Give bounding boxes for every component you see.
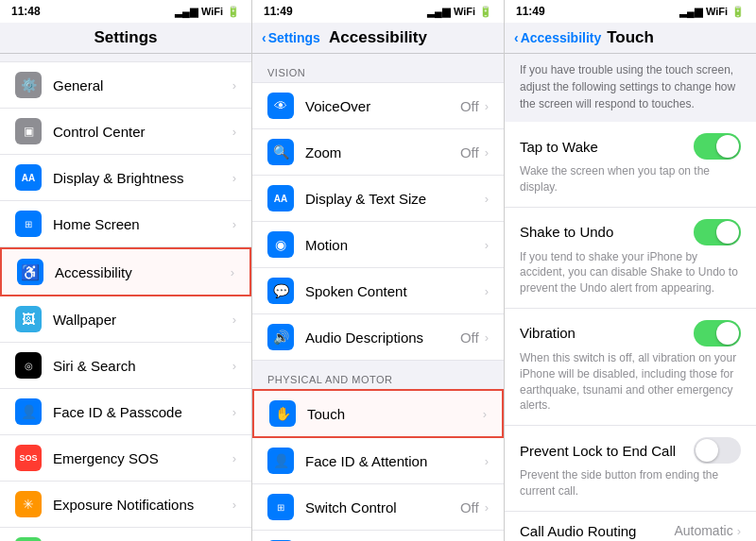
nav-bar-3: ‹ Accessibility Touch: [505, 23, 756, 54]
touch-item-prevent-lock[interactable]: Prevent Lock to End Call Prevent the sid…: [505, 426, 756, 512]
vibration-label: Vibration: [520, 325, 576, 341]
home-screen-icon: ⊞: [15, 211, 42, 237]
list-item-exposure[interactable]: ✳ Exposure Notifications ›: [0, 482, 251, 528]
toggle-knob: [716, 221, 739, 244]
panel1-settings: 11:48 ▂▄▆ WiFi 🔋 Settings ⚙️ General › ▣…: [0, 0, 252, 541]
tap-to-wake-toggle[interactable]: [694, 133, 741, 160]
vibration-toggle[interactable]: [694, 320, 741, 347]
list-item-zoom[interactable]: 🔍 Zoom Off ›: [252, 129, 504, 176]
settings-list-2[interactable]: VISION 👁 VoiceOver Off › 🔍 Zoom Off › AA…: [252, 54, 504, 541]
nav-bar-2: ‹ Settings Accessibility: [252, 23, 504, 54]
list-item-spoken[interactable]: 💬 Spoken Content ›: [252, 268, 504, 314]
accessibility-icon: ♿: [17, 259, 43, 285]
wallpaper-icon: 🖼: [15, 306, 42, 332]
faceid-icon: 👤: [15, 398, 42, 425]
list-item-battery[interactable]: 🔋 Battery ›: [0, 528, 251, 541]
shake-undo-label: Shake to Undo: [520, 224, 613, 240]
status-icons-1: ▂▄▆ WiFi 🔋: [175, 6, 240, 18]
time-2: 11:49: [264, 5, 293, 18]
list-item-voiceover[interactable]: 👁 VoiceOver Off ›: [252, 82, 504, 129]
list-item-touch[interactable]: ✋ Touch ›: [252, 389, 504, 438]
section-physical: PHYSICAL AND MOTOR: [252, 361, 504, 389]
list-item-siri[interactable]: ◎ Siri & Search ›: [0, 343, 251, 389]
audio-desc-icon: 🔊: [267, 324, 294, 350]
status-bar-1: 11:48 ▂▄▆ WiFi 🔋: [0, 0, 251, 23]
time-3: 11:49: [516, 5, 545, 18]
voiceover-icon: 👁: [267, 93, 294, 119]
touch-item-tap-to-wake[interactable]: Tap to Wake Wake the screen when you tap…: [505, 122, 756, 208]
list-item-general[interactable]: ⚙️ General ›: [0, 61, 251, 109]
general-icon: ⚙️: [15, 72, 42, 98]
toggle-knob: [716, 322, 739, 345]
touch-settings[interactable]: If you have trouble using the touch scre…: [505, 54, 756, 541]
panel3-touch: 11:49 ▂▄▆ WiFi 🔋 ‹ Accessibility Touch I…: [505, 0, 756, 541]
exposure-icon: ✳: [15, 491, 42, 517]
list-item-wallpaper[interactable]: 🖼 Wallpaper ›: [0, 296, 251, 343]
switch-control-icon: ⊞: [267, 494, 294, 520]
list-item-motion[interactable]: ◉ Motion ›: [252, 222, 504, 268]
touch-item-vibration[interactable]: Vibration When this switch is off, all v…: [505, 309, 756, 426]
status-bar-2: 11:49 ▂▄▆ WiFi 🔋: [252, 0, 504, 23]
list-item-faceid[interactable]: 👤 Face ID & Passcode ›: [0, 389, 251, 435]
battery-icon: 🔋: [15, 537, 42, 541]
tap-to-wake-desc: Wake the screen when you tap on the disp…: [520, 163, 741, 195]
time-1: 11:48: [11, 5, 41, 18]
list-item-control-center[interactable]: ▣ Control Center ›: [0, 109, 251, 155]
shake-undo-desc: If you tend to shake your iPhone by acci…: [520, 249, 741, 296]
list-item-home-screen[interactable]: ⊞ Home Screen ›: [0, 201, 251, 247]
vibration-desc: When this switch is off, all vibration o…: [520, 350, 741, 414]
prevent-lock-label: Prevent Lock to End Call: [520, 443, 676, 459]
settings-list-1[interactable]: ⚙️ General › ▣ Control Center › AA Displ…: [0, 54, 251, 541]
nav-back-label-2: Settings: [268, 30, 320, 45]
display-text-icon: AA: [267, 185, 294, 211]
touch-icon: ✋: [269, 400, 296, 427]
toggle-knob: [716, 135, 739, 158]
list-item-accessibility[interactable]: ♿ Accessibility ›: [0, 247, 251, 296]
siri-icon: ◎: [15, 352, 42, 379]
section-vision: VISION: [252, 54, 504, 82]
touch-top-description: If you have trouble using the touch scre…: [505, 54, 756, 122]
nav-back-2[interactable]: ‹ Settings: [262, 30, 320, 45]
panel1-title: Settings: [94, 28, 157, 46]
tap-to-wake-label: Tap to Wake: [520, 139, 598, 155]
nav-back-label-3: Accessibility: [521, 30, 602, 45]
list-item-display[interactable]: AA Display & Brightness ›: [0, 155, 251, 201]
panel2-accessibility: 11:49 ▂▄▆ WiFi 🔋 ‹ Settings Accessibilit…: [252, 0, 505, 541]
display-icon: AA: [15, 164, 42, 191]
list-item-audio-desc[interactable]: 🔊 Audio Descriptions Off ›: [252, 314, 504, 361]
panel2-title: Accessibility: [329, 28, 427, 46]
sos-icon: SOS: [15, 445, 42, 471]
nav-back-3[interactable]: ‹ Accessibility: [514, 30, 601, 45]
zoom-icon: 🔍: [267, 139, 294, 165]
prevent-lock-desc: Prevent the side button from ending the …: [520, 467, 741, 499]
toggle-knob: [696, 439, 718, 462]
spoken-icon: 💬: [267, 278, 294, 304]
nav-bar-1: Settings: [0, 23, 251, 54]
list-item-faceid-attention[interactable]: 👤 Face ID & Attention ›: [252, 438, 504, 484]
motion-icon: ◉: [267, 231, 294, 258]
prevent-lock-toggle[interactable]: [694, 437, 741, 464]
list-item-voice-control[interactable]: 🎤 Voice Control Off ›: [252, 531, 504, 541]
control-center-icon: ▣: [15, 118, 42, 144]
panel3-title: Touch: [607, 28, 654, 46]
list-item-sos[interactable]: SOS Emergency SOS ›: [0, 435, 251, 482]
touch-item-call-audio[interactable]: Call Audio Routing Automatic › Call audi…: [505, 512, 756, 541]
call-audio-label: Call Audio Routing: [520, 523, 636, 539]
faceid-attention-icon: 👤: [267, 448, 294, 474]
touch-item-shake-undo[interactable]: Shake to Undo If you tend to shake your …: [505, 208, 756, 309]
shake-undo-toggle[interactable]: [694, 219, 741, 245]
status-icons-3: ▂▄▆ WiFi 🔋: [679, 6, 745, 18]
status-icons-2: ▂▄▆ WiFi 🔋: [427, 6, 492, 18]
list-item-display-text[interactable]: AA Display & Text Size ›: [252, 176, 504, 222]
status-bar-3: 11:49 ▂▄▆ WiFi 🔋: [505, 0, 756, 23]
list-item-switch-control[interactable]: ⊞ Switch Control Off ›: [252, 484, 504, 531]
call-audio-value: Automatic: [674, 523, 732, 538]
